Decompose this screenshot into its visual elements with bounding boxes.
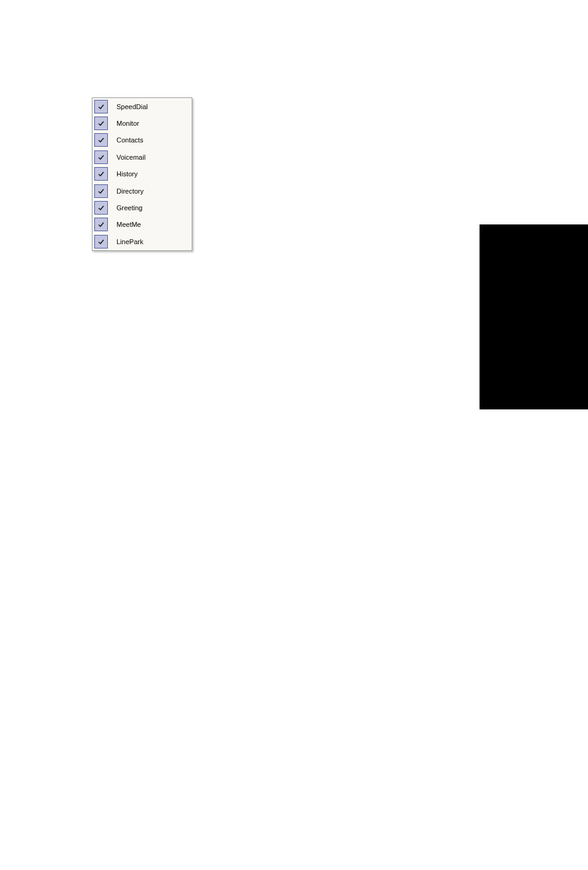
checkbox-directory[interactable] xyxy=(94,184,108,198)
checkbox-contacts[interactable] xyxy=(94,133,108,147)
menu-item-label: Directory xyxy=(116,187,144,195)
menu-item-speeddial[interactable]: SpeedDial xyxy=(92,98,192,115)
menu-item-label: Voicemail xyxy=(116,154,145,161)
checkbox-meetme[interactable] xyxy=(94,218,108,231)
menu-item-label: SpeedDial xyxy=(116,103,148,110)
menu-item-monitor[interactable]: Monitor xyxy=(92,115,192,131)
black-rectangle xyxy=(480,224,588,409)
menu-item-meetme[interactable]: MeetMe xyxy=(92,216,192,233)
checkbox-linepark[interactable] xyxy=(94,235,108,248)
checkbox-monitor[interactable] xyxy=(94,117,108,130)
check-icon xyxy=(97,136,105,144)
checkbox-history[interactable] xyxy=(94,167,108,181)
menu-item-history[interactable]: History xyxy=(92,166,192,183)
menu-item-label: Contacts xyxy=(116,136,143,144)
menu-panel: SpeedDial Monitor Contacts Voicemail His… xyxy=(92,97,192,251)
menu-item-directory[interactable]: Directory xyxy=(92,183,192,199)
menu-item-linepark[interactable]: LinePark xyxy=(92,233,192,250)
menu-item-greeting[interactable]: Greeting xyxy=(92,199,192,216)
checkbox-greeting[interactable] xyxy=(94,201,108,215)
check-icon xyxy=(97,187,105,195)
checkbox-voicemail[interactable] xyxy=(94,150,108,164)
check-icon xyxy=(97,153,105,162)
check-icon xyxy=(97,102,105,111)
check-icon xyxy=(97,237,105,246)
check-icon xyxy=(97,220,105,229)
check-icon xyxy=(97,119,105,128)
checkbox-speeddial[interactable] xyxy=(94,100,108,113)
menu-item-contacts[interactable]: Contacts xyxy=(92,132,192,149)
check-icon xyxy=(97,170,105,178)
menu-item-label: MeetMe xyxy=(116,221,141,228)
menu-item-label: Monitor xyxy=(116,120,139,127)
menu-item-label: LinePark xyxy=(116,238,143,245)
check-icon xyxy=(97,203,105,212)
menu-item-label: Greeting xyxy=(116,204,142,211)
menu-item-label: History xyxy=(116,170,137,178)
menu-item-voicemail[interactable]: Voicemail xyxy=(92,149,192,165)
